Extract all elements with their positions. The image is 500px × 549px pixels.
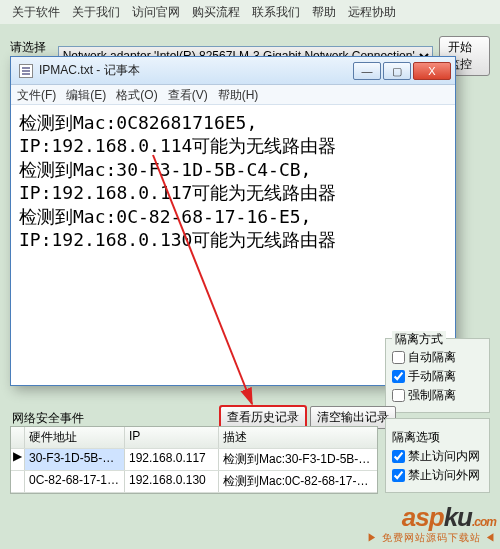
menu-about-soft[interactable]: 关于软件: [12, 4, 60, 20]
notepad-icon: [19, 64, 33, 78]
table-header: 硬件地址 IP 描述: [11, 427, 377, 449]
auto-isolation-checkbox[interactable]: 自动隔离: [392, 349, 483, 366]
events-label: 网络安全事件: [12, 410, 84, 427]
table-row[interactable]: 0C-82-68-17-1…192.168.0.130检测到Mac:0C-82-…: [11, 471, 377, 493]
menu-remote[interactable]: 远程协助: [348, 4, 396, 20]
close-button[interactable]: X: [413, 62, 451, 80]
np-menu-help[interactable]: 帮助(H): [218, 87, 259, 102]
maximize-button[interactable]: ▢: [383, 62, 411, 80]
notepad-window: IPMAC.txt - 记事本 — ▢ X 文件(F) 编辑(E) 格式(O) …: [10, 56, 456, 386]
notepad-titlebar[interactable]: IPMAC.txt - 记事本 — ▢ X: [11, 57, 455, 85]
isolation-options-group: 隔离选项 禁止访问内网 禁止访问外网: [385, 418, 490, 493]
np-menu-file[interactable]: 文件(F): [17, 87, 56, 102]
isolation-options-title: 隔离选项: [392, 430, 440, 444]
menu-about-us[interactable]: 关于我们: [72, 4, 120, 20]
np-menu-edit[interactable]: 编辑(E): [66, 87, 106, 102]
manual-isolation-checkbox[interactable]: 手动隔离: [392, 368, 483, 385]
notepad-title: IPMAC.txt - 记事本: [39, 62, 353, 79]
force-isolation-checkbox[interactable]: 强制隔离: [392, 387, 483, 404]
table-row[interactable]: ▶30-F3-1D-5B-C…192.168.0.117检测到Mac:30-F3…: [11, 449, 377, 471]
watermark: aspku.com ▶ 免费网站源码下载站 ◀: [367, 503, 496, 543]
col-marker: [11, 427, 25, 448]
menu-help[interactable]: 帮助: [312, 4, 336, 20]
block-intranet-checkbox[interactable]: 禁止访问内网: [392, 448, 483, 465]
np-menu-view[interactable]: 查看(V): [168, 87, 208, 102]
events-table: 硬件地址 IP 描述 ▶30-F3-1D-5B-C…192.168.0.117检…: [10, 426, 378, 494]
block-extranet-checkbox[interactable]: 禁止访问外网: [392, 467, 483, 484]
menu-purchase[interactable]: 购买流程: [192, 4, 240, 20]
col-ip[interactable]: IP: [125, 427, 219, 448]
col-desc[interactable]: 描述: [219, 427, 377, 448]
minimize-button[interactable]: —: [353, 62, 381, 80]
app-top-menu: 关于软件 关于我们 访问官网 购买流程 联系我们 帮助 远程协助: [0, 0, 500, 24]
col-mac[interactable]: 硬件地址: [25, 427, 125, 448]
menu-website[interactable]: 访问官网: [132, 4, 180, 20]
np-menu-format[interactable]: 格式(O): [116, 87, 157, 102]
isolation-mode-title: 隔离方式: [392, 331, 446, 348]
isolation-mode-group: 隔离方式 自动隔离 手动隔离 强制隔离: [385, 338, 490, 413]
menu-contact[interactable]: 联系我们: [252, 4, 300, 20]
notepad-menubar: 文件(F) 编辑(E) 格式(O) 查看(V) 帮助(H): [11, 85, 455, 105]
